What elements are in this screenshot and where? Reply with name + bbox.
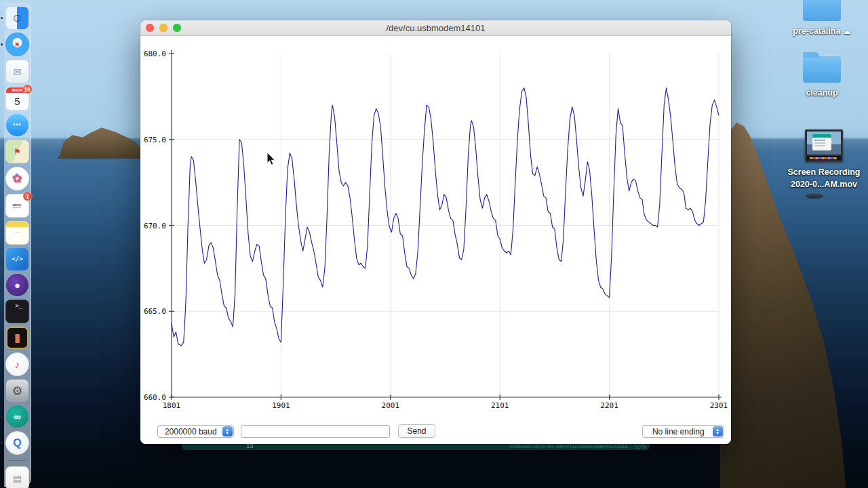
window-titlebar[interactable]: /dev/cu.usbmodem14101 <box>140 20 731 36</box>
line-ending-select[interactable]: No line ending ▲▼ <box>642 425 724 438</box>
dock-notes-icon[interactable]: ― <box>5 221 29 245</box>
zoom-button[interactable] <box>173 24 181 32</box>
arduino-glyph-icon: ∞ <box>14 411 21 422</box>
x-tick-label: 1801 <box>163 401 181 410</box>
baud-rate-value: 2000000 baud <box>158 427 222 436</box>
music-glyph-icon: ♪ <box>15 359 20 369</box>
serial-plotter-window: /dev/cu.usbmodem14101 660.0665.0670.0675… <box>140 20 731 444</box>
dock-music-icon[interactable]: ♪ <box>5 352 29 376</box>
y-tick-label: 675.0 <box>144 136 166 144</box>
dock-sysprefs-icon[interactable]: ⚙ <box>6 380 28 402</box>
serial-message-input[interactable] <box>241 425 390 438</box>
dock: ☺✦✉MAR510•••⚑✿≡1―</>●>_▮♪⚙∞Q▤▒▒ <box>4 3 31 487</box>
baud-rate-select[interactable]: 2000000 baud ▲▼ <box>157 425 234 438</box>
github-glyph-icon: ● <box>14 280 20 290</box>
send-button[interactable]: Send <box>398 424 435 438</box>
finder-glyph-icon: ☺ <box>12 12 23 24</box>
quicktime-glyph-icon: Q <box>13 438 21 449</box>
running-indicator-dot <box>1 310 3 312</box>
icloud-status-icon: ☁ <box>840 26 850 36</box>
dock-safari-icon[interactable]: ✦ <box>5 33 29 56</box>
y-tick-label: 680.0 <box>144 49 166 58</box>
photos-glyph-icon: ✿ <box>12 173 22 184</box>
messages-glyph-icon: ••• <box>13 122 21 128</box>
dock-quicktime-icon[interactable]: Q <box>5 431 29 455</box>
desktop-icon-pre-catalina[interactable]: pre-catalina ☁ <box>787 0 857 37</box>
maps-glyph-icon: ⚑ <box>14 148 21 156</box>
installer-glyph-icon: ▤ <box>13 474 22 483</box>
x-tick-label: 2101 <box>491 401 509 410</box>
y-tick-label: 670.0 <box>144 222 166 230</box>
desktop-icon-label: cleanup <box>806 87 837 99</box>
notification-badge: 1 <box>23 192 32 201</box>
desktop-icon-label: Screen Recording 2020-0...AM.mov <box>776 166 868 190</box>
folder-icon <box>803 0 841 21</box>
desktop-icon-screen-recording[interactable]: Screen Recording 2020-0...AM.mov <box>776 129 868 190</box>
desktop-icon-label: pre-catalina ☁ <box>793 25 851 37</box>
movie-thumbnail-icon <box>805 129 843 162</box>
minimize-button[interactable] <box>159 24 167 32</box>
x-tick-label: 2201 <box>600 401 618 410</box>
line-ending-value: No line ending <box>643 427 713 436</box>
chevron-updown-icon: ▲▼ <box>713 426 723 436</box>
plotter-control-bar: 2000000 baud ▲▼ Send No line ending ▲▼ <box>140 420 731 444</box>
x-tick-label: 2301 <box>710 401 728 410</box>
door-glyph-icon: ▮ <box>14 332 20 344</box>
serial-plot-canvas: 660.0665.0670.0675.0680.0180119012001210… <box>140 35 731 420</box>
chevron-updown-icon: ▲▼ <box>222 426 233 436</box>
thumbnail-mini-dock <box>807 156 841 160</box>
running-indicator-dot <box>1 17 3 19</box>
x-tick-label: 1901 <box>272 401 290 410</box>
dock-terminal-icon[interactable]: >_ <box>5 300 29 323</box>
safari-glyph-icon: ✦ <box>12 39 23 50</box>
mail-glyph-icon: ✉ <box>14 67 22 77</box>
running-indicator-dot <box>1 442 3 444</box>
reminders-glyph-icon: ≡ <box>13 201 22 210</box>
dock-calendar-icon[interactable]: MAR510 <box>5 87 29 110</box>
serial-data-line <box>172 88 719 346</box>
terminal-glyph-icon: >_ <box>12 300 23 309</box>
close-button[interactable] <box>146 24 154 32</box>
dock-finder-icon[interactable]: ☺ <box>6 7 28 29</box>
calendar-day-label: 5 <box>14 96 20 107</box>
y-tick-label: 665.0 <box>144 307 166 316</box>
dock-maps-icon[interactable]: ⚑ <box>5 140 29 163</box>
folder-icon <box>803 56 841 83</box>
dock-divider <box>9 460 26 461</box>
dock-github-icon[interactable]: ● <box>6 274 28 296</box>
running-indicator-dot <box>1 415 3 418</box>
thumbnail-mini-win <box>812 134 831 150</box>
vscode-glyph-icon: </> <box>12 256 22 262</box>
dock-messages-icon[interactable]: ••• <box>6 114 28 136</box>
mouse-cursor <box>267 152 277 167</box>
sysprefs-glyph-icon: ⚙ <box>12 385 22 397</box>
dock-mail-icon[interactable]: ✉ <box>5 60 29 83</box>
x-tick-label: 2001 <box>382 401 400 410</box>
dock-arduino-icon[interactable]: ∞ <box>6 405 28 428</box>
dock-vscode-icon[interactable]: </> <box>6 248 28 270</box>
window-title: /dev/cu.usbmodem14101 <box>140 23 731 33</box>
notes-glyph-icon: ― <box>14 230 20 236</box>
dock-reminders-icon[interactable]: ≡1 <box>5 194 29 218</box>
dock-photos-icon[interactable]: ✿ <box>5 167 29 190</box>
dock-door-icon[interactable]: ▮ <box>6 327 28 349</box>
running-indicator-dot <box>1 43 3 45</box>
dock-installer-icon[interactable]: ▤ <box>5 466 29 488</box>
notification-badge: 10 <box>23 85 32 94</box>
desktop-icon-cleanup[interactable]: cleanup <box>787 56 857 99</box>
